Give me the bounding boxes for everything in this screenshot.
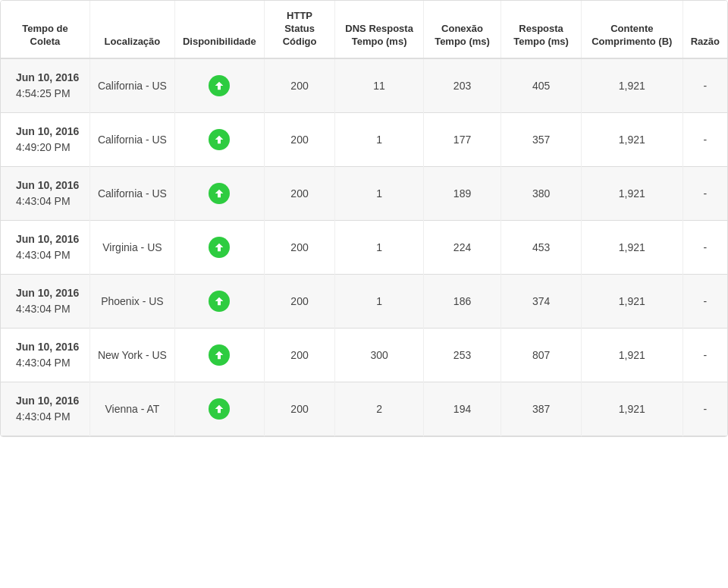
table-row: Jun 10, 20164:43:04 PMVirginia - US 2001… <box>1 220 727 274</box>
cell-http-code: 200 <box>264 112 335 166</box>
status-up-icon <box>209 183 230 204</box>
cell-resposta: 380 <box>501 166 582 220</box>
cell-location: Vienna - AT <box>89 382 174 435</box>
col-header-conexao-tempo: Conexão Tempo (ms) <box>423 1 500 58</box>
cell-datetime: Jun 10, 20164:49:20 PM <box>1 112 89 166</box>
cell-dns: 1 <box>335 112 424 166</box>
table-row: Jun 10, 20164:43:04 PMPhoenix - US 20011… <box>1 274 727 328</box>
cell-comprimento: 1,921 <box>582 382 683 435</box>
cell-resposta: 405 <box>501 58 582 113</box>
table-row: Jun 10, 20164:43:04 PMVienna - AT 200219… <box>1 382 727 435</box>
table-row: Jun 10, 20164:43:04 PMCalifornia - US 20… <box>1 166 727 220</box>
cell-conexao: 189 <box>423 166 500 220</box>
cell-dns: 1 <box>335 166 424 220</box>
cell-http-code: 200 <box>264 166 335 220</box>
cell-location: California - US <box>89 58 174 113</box>
cell-datetime: Jun 10, 20164:54:25 PM <box>1 58 89 113</box>
cell-conexao: 177 <box>423 112 500 166</box>
cell-razao: - <box>682 274 727 328</box>
status-up-icon <box>209 129 230 150</box>
cell-availability <box>174 274 264 328</box>
cell-location: California - US <box>89 166 174 220</box>
cell-conexao: 203 <box>423 58 500 113</box>
data-table: Tempo de Coleta Localização Disponibilid… <box>0 0 728 437</box>
table-row: Jun 10, 20164:54:25 PMCalifornia - US 20… <box>1 58 727 113</box>
cell-availability <box>174 58 264 113</box>
cell-datetime: Jun 10, 20164:43:04 PM <box>1 220 89 274</box>
cell-location: Phoenix - US <box>89 274 174 328</box>
cell-conexao: 224 <box>423 220 500 274</box>
cell-location: California - US <box>89 112 174 166</box>
cell-conexao: 253 <box>423 328 500 382</box>
cell-datetime: Jun 10, 20164:43:04 PM <box>1 382 89 435</box>
cell-datetime: Jun 10, 20164:43:04 PM <box>1 274 89 328</box>
cell-razao: - <box>682 328 727 382</box>
cell-resposta: 374 <box>501 274 582 328</box>
status-up-icon <box>209 291 230 312</box>
cell-comprimento: 1,921 <box>582 166 683 220</box>
cell-dns: 1 <box>335 220 424 274</box>
table-row: Jun 10, 20164:43:04 PMNew York - US 2003… <box>1 328 727 382</box>
cell-datetime: Jun 10, 20164:43:04 PM <box>1 328 89 382</box>
cell-http-code: 200 <box>264 58 335 113</box>
cell-resposta: 357 <box>501 112 582 166</box>
status-up-icon <box>209 344 230 366</box>
cell-comprimento: 1,921 <box>582 58 683 113</box>
col-header-contente-comprimento: Contente Comprimento (B) <box>582 1 683 58</box>
status-up-icon <box>209 75 230 96</box>
cell-razao: - <box>682 382 727 435</box>
cell-comprimento: 1,921 <box>582 220 683 274</box>
col-header-dns-resposta: DNS Resposta Tempo (ms) <box>335 1 424 58</box>
cell-http-code: 200 <box>264 328 335 382</box>
cell-razao: - <box>682 112 727 166</box>
col-header-resposta-tempo: Resposta Tempo (ms) <box>501 1 582 58</box>
col-header-razao: Razão <box>682 1 727 58</box>
cell-resposta: 807 <box>501 328 582 382</box>
cell-comprimento: 1,921 <box>582 274 683 328</box>
cell-razao: - <box>682 58 727 113</box>
cell-dns: 300 <box>335 328 424 382</box>
cell-availability <box>174 382 264 435</box>
cell-comprimento: 1,921 <box>582 112 683 166</box>
cell-http-code: 200 <box>264 382 335 435</box>
col-header-tempo-coleta: Tempo de Coleta <box>1 1 89 58</box>
col-header-localizacao: Localização <box>89 1 174 58</box>
cell-dns: 2 <box>335 382 424 435</box>
col-header-http-status: HTTP Status Código <box>264 1 335 58</box>
cell-dns: 11 <box>335 58 424 113</box>
cell-resposta: 453 <box>501 220 582 274</box>
status-up-icon <box>209 237 230 258</box>
cell-resposta: 387 <box>501 382 582 435</box>
cell-comprimento: 1,921 <box>582 328 683 382</box>
cell-conexao: 194 <box>423 382 500 435</box>
cell-datetime: Jun 10, 20164:43:04 PM <box>1 166 89 220</box>
cell-location: New York - US <box>89 328 174 382</box>
cell-location: Virginia - US <box>89 220 174 274</box>
col-header-disponibilidade: Disponibilidade <box>174 1 264 58</box>
cell-razao: - <box>682 220 727 274</box>
cell-http-code: 200 <box>264 220 335 274</box>
cell-http-code: 200 <box>264 274 335 328</box>
cell-availability <box>174 166 264 220</box>
cell-razao: - <box>682 166 727 220</box>
cell-dns: 1 <box>335 274 424 328</box>
table-header-row: Tempo de Coleta Localização Disponibilid… <box>1 1 727 58</box>
status-up-icon <box>209 398 230 420</box>
cell-availability <box>174 112 264 166</box>
cell-conexao: 186 <box>423 274 500 328</box>
table-row: Jun 10, 20164:49:20 PMCalifornia - US 20… <box>1 112 727 166</box>
cell-availability <box>174 220 264 274</box>
cell-availability <box>174 328 264 382</box>
